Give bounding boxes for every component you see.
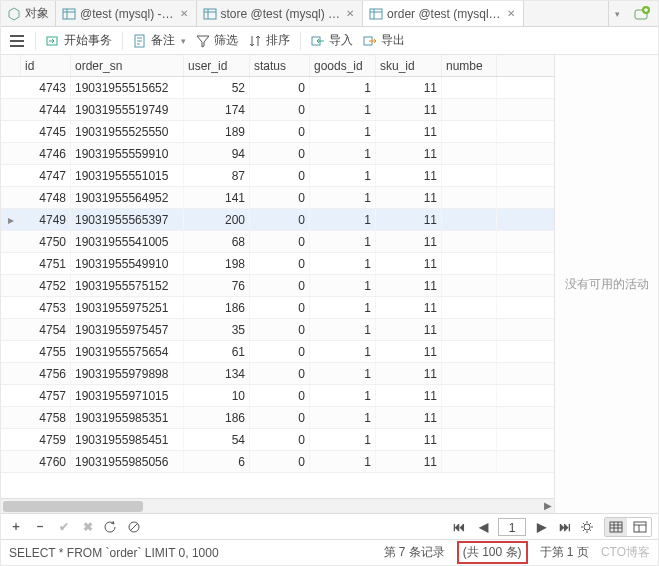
cell-id[interactable]: 4753	[21, 297, 71, 318]
cell-ordersn[interactable]: 19031955565397	[71, 209, 184, 230]
cell-status[interactable]: 0	[250, 385, 310, 406]
cell-userid[interactable]: 61	[184, 341, 250, 362]
table-row[interactable]: 475219031955575152760111	[1, 275, 554, 297]
cell-id[interactable]: 4747	[21, 165, 71, 186]
next-page-button[interactable]: ▶	[532, 520, 550, 534]
stop-button[interactable]	[127, 520, 145, 534]
last-page-button[interactable]: ⏭	[556, 520, 574, 534]
cell-userid[interactable]: 52	[184, 77, 250, 98]
cell-userid[interactable]: 189	[184, 121, 250, 142]
cell-goodsid[interactable]: 1	[310, 407, 376, 428]
cell-status[interactable]: 0	[250, 165, 310, 186]
table-row[interactable]: 474719031955551015870111	[1, 165, 554, 187]
menu-button[interactable]	[9, 34, 25, 48]
sort-button[interactable]: 排序	[248, 32, 290, 49]
cell-skuid[interactable]: 11	[376, 297, 442, 318]
table-row[interactable]: 474619031955559910940111	[1, 143, 554, 165]
cell-ordersn[interactable]: 19031955985056	[71, 451, 184, 472]
cell-ordersn[interactable]: 19031955979898	[71, 363, 184, 384]
cell-id[interactable]: 4754	[21, 319, 71, 340]
cell-goodsid[interactable]: 1	[310, 429, 376, 450]
cell-id[interactable]: 4759	[21, 429, 71, 450]
cell-skuid[interactable]: 11	[376, 275, 442, 296]
cell-goodsid[interactable]: 1	[310, 451, 376, 472]
cell-number[interactable]	[442, 407, 497, 428]
delete-row-button[interactable]: －	[31, 518, 49, 535]
cell-status[interactable]: 0	[250, 407, 310, 428]
cell-skuid[interactable]: 11	[376, 187, 442, 208]
cell-number[interactable]	[442, 121, 497, 142]
cell-ordersn[interactable]: 19031955575654	[71, 341, 184, 362]
add-row-button[interactable]: ＋	[7, 518, 25, 535]
close-icon[interactable]: ✕	[178, 8, 190, 19]
cell-userid[interactable]: 76	[184, 275, 250, 296]
cell-ordersn[interactable]: 19031955549910	[71, 253, 184, 274]
cell-number[interactable]	[442, 165, 497, 186]
cell-userid[interactable]: 174	[184, 99, 250, 120]
cancel-button[interactable]: ✖	[79, 520, 97, 534]
cell-skuid[interactable]: 11	[376, 319, 442, 340]
export-button[interactable]: 导出	[363, 32, 405, 49]
cell-id[interactable]: 4744	[21, 99, 71, 120]
cell-skuid[interactable]: 11	[376, 363, 442, 384]
tab-store[interactable]: store @test (mysql) … ✕	[197, 1, 364, 26]
cell-ordersn[interactable]: 19031955985451	[71, 429, 184, 450]
cell-goodsid[interactable]: 1	[310, 99, 376, 120]
refresh-button[interactable]	[103, 520, 121, 534]
table-row[interactable]: 475919031955985451540111	[1, 429, 554, 451]
cell-status[interactable]: 0	[250, 77, 310, 98]
cell-status[interactable]: 0	[250, 319, 310, 340]
cell-number[interactable]	[442, 297, 497, 318]
cell-status[interactable]: 0	[250, 209, 310, 230]
cell-skuid[interactable]: 11	[376, 407, 442, 428]
tab-overflow[interactable]: ▾	[608, 1, 626, 26]
cell-goodsid[interactable]: 1	[310, 165, 376, 186]
cell-number[interactable]	[442, 77, 497, 98]
cell-userid[interactable]: 186	[184, 407, 250, 428]
table-row[interactable]: 475019031955541005680111	[1, 231, 554, 253]
tab-order[interactable]: order @test (mysql… ✕	[363, 1, 524, 26]
first-page-button[interactable]: ⏮	[450, 520, 468, 534]
cell-ordersn[interactable]: 19031955971015	[71, 385, 184, 406]
col-header-skuid[interactable]: sku_id	[376, 55, 442, 76]
cell-userid[interactable]: 68	[184, 231, 250, 252]
cell-number[interactable]	[442, 363, 497, 384]
cell-userid[interactable]: 35	[184, 319, 250, 340]
cell-skuid[interactable]: 11	[376, 429, 442, 450]
cell-number[interactable]	[442, 385, 497, 406]
cell-ordersn[interactable]: 19031955541005	[71, 231, 184, 252]
cell-number[interactable]	[442, 253, 497, 274]
cell-goodsid[interactable]: 1	[310, 187, 376, 208]
table-row[interactable]: 4748190319555649521410111	[1, 187, 554, 209]
cell-ordersn[interactable]: 19031955975251	[71, 297, 184, 318]
table-row[interactable]: 474319031955515652520111	[1, 77, 554, 99]
table-row[interactable]: 47601903195598505660111	[1, 451, 554, 473]
cell-ordersn[interactable]: 19031955575152	[71, 275, 184, 296]
memo-button[interactable]: 备注▾	[133, 32, 186, 49]
close-icon[interactable]: ✕	[505, 8, 517, 19]
cell-status[interactable]: 0	[250, 451, 310, 472]
cell-id[interactable]: 4752	[21, 275, 71, 296]
cell-id[interactable]: 4756	[21, 363, 71, 384]
cell-ordersn[interactable]: 19031955525550	[71, 121, 184, 142]
cell-number[interactable]	[442, 275, 497, 296]
cell-number[interactable]	[442, 99, 497, 120]
prev-page-button[interactable]: ◀	[474, 520, 492, 534]
cell-number[interactable]	[442, 143, 497, 164]
cell-skuid[interactable]: 11	[376, 143, 442, 164]
cell-number[interactable]	[442, 451, 497, 472]
cell-userid[interactable]: 94	[184, 143, 250, 164]
cell-userid[interactable]: 6	[184, 451, 250, 472]
cell-id[interactable]: 4751	[21, 253, 71, 274]
grid-view-button[interactable]	[605, 518, 627, 536]
table-row[interactable]: ▸4749190319555653972000111	[1, 209, 554, 231]
cell-goodsid[interactable]: 1	[310, 341, 376, 362]
cell-ordersn[interactable]: 19031955985351	[71, 407, 184, 428]
grid-body[interactable]: 4743190319555156525201114744190319555197…	[1, 77, 554, 498]
cell-goodsid[interactable]: 1	[310, 319, 376, 340]
cell-userid[interactable]: 141	[184, 187, 250, 208]
cell-ordersn[interactable]: 19031955564952	[71, 187, 184, 208]
cell-skuid[interactable]: 11	[376, 451, 442, 472]
cell-ordersn[interactable]: 19031955519749	[71, 99, 184, 120]
page-settings-button[interactable]	[580, 520, 598, 534]
